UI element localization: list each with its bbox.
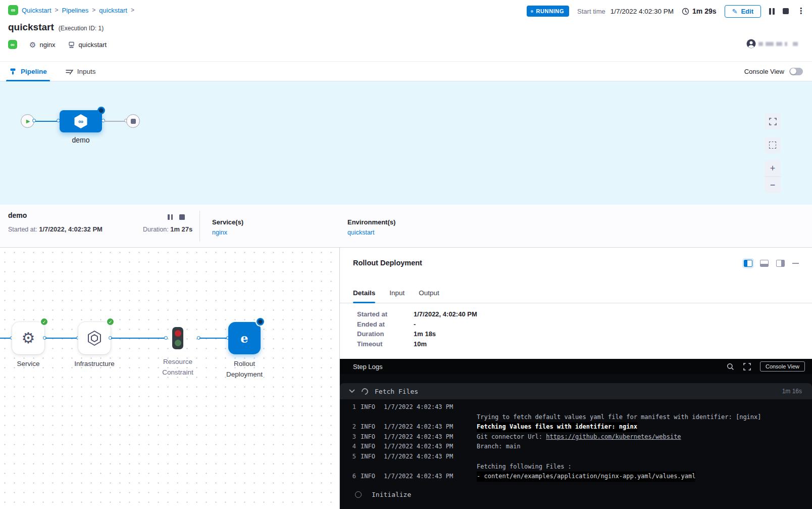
environment-link[interactable]: quickstart: [347, 229, 395, 236]
step-node-service[interactable]: ⚙ ✓: [12, 322, 44, 354]
traffic-light-green-icon: [175, 340, 181, 346]
step-node-rollout-deployment[interactable]: e: [228, 322, 261, 354]
connector: [111, 338, 166, 339]
pending-circle-icon: [355, 491, 362, 498]
detail-label: Duration: [357, 330, 414, 338]
breadcrumb-separator-icon: >: [131, 7, 134, 14]
tab-pipeline[interactable]: Pipeline: [9, 62, 47, 81]
execution-step-canvas[interactable]: ⚙ ✓ ✓ e Service Infrastructure Resource …: [0, 248, 339, 509]
redacted-text: [776, 42, 782, 46]
log-line: 2INFO1/7/2022 4:02:43 PMFetching Values …: [340, 422, 812, 432]
title-row: quickstart (Execution ID: 1): [8, 22, 104, 33]
harness-cd-icon: ∞: [8, 40, 17, 49]
log-line: Trying to fetch default values yaml file…: [340, 412, 812, 423]
breadcrumb-link-pipelines[interactable]: Pipelines: [62, 7, 89, 14]
pause-execution-button[interactable]: [769, 8, 775, 15]
pause-stage-button[interactable]: [168, 214, 173, 220]
log-section-duration: 1m 16s: [782, 388, 802, 395]
stage-started: Started at: 1/7/2022, 4:02:32 PM: [8, 225, 103, 233]
stop-stage-button[interactable]: [179, 214, 185, 220]
fullscreen-icon: [769, 118, 777, 125]
environments-label: Environment(s): [347, 218, 395, 226]
connector: [34, 121, 60, 122]
tab-inputs[interactable]: Inputs: [65, 62, 96, 81]
stage-label: demo: [60, 136, 102, 144]
log-url-link[interactable]: https://github.com/kubernetes/website: [546, 433, 681, 440]
inputs-icon: [65, 68, 73, 75]
running-spinner-badge: [97, 107, 105, 114]
breadcrumb-separator-icon: >: [55, 7, 59, 14]
expand-logs-button[interactable]: [743, 363, 751, 371]
console-view-toggle[interactable]: [789, 68, 803, 75]
log-section-fetch-files[interactable]: Fetch Files 1m 16s: [340, 383, 812, 399]
divider: [199, 211, 200, 242]
start-time-value: 1/7/2022 4:02:30 PM: [611, 8, 674, 15]
step-label: Service: [12, 359, 44, 369]
edit-button[interactable]: ✎ Edit: [725, 5, 761, 18]
environment-icon: [68, 41, 75, 49]
execution-id: (Execution ID: 1): [59, 25, 104, 32]
zoom-in-button[interactable]: +: [765, 160, 781, 177]
step-node-resource-constraint[interactable]: [172, 327, 183, 349]
gear-icon: ⚙: [29, 41, 36, 49]
more-options-icon[interactable]: ⋮: [797, 7, 805, 15]
console-view-button[interactable]: Console View: [760, 361, 805, 372]
pipeline-stage-canvas[interactable]: ▶ ∞ demo + −: [0, 81, 812, 205]
step-node-infrastructure[interactable]: ✓: [78, 322, 111, 354]
gear-icon: ⚙: [22, 331, 35, 346]
layout-bottom-icon[interactable]: [760, 260, 769, 267]
connector-port: [164, 336, 168, 340]
log-lines: 1INFO1/7/2022 4:02:43 PM Trying to fetch…: [340, 399, 812, 482]
layout-left-icon[interactable]: [744, 260, 752, 267]
fullscreen-icon: [743, 363, 751, 371]
breadcrumb-link-quickstart[interactable]: Quickstart: [22, 7, 52, 14]
rollout-icon: e: [240, 331, 248, 346]
detail-value: 1/7/2022, 4:02:40 PM: [414, 310, 477, 318]
tab-input[interactable]: Input: [389, 289, 404, 303]
play-icon: ▶: [26, 118, 30, 124]
tab-output[interactable]: Output: [419, 289, 439, 303]
page-title: quickstart: [8, 22, 54, 33]
service-chip[interactable]: ⚙ nginx: [29, 41, 56, 49]
avatar: [746, 39, 756, 49]
redacted-text: [766, 42, 774, 46]
step-logs-bar: Step Logs Console View: [340, 359, 812, 374]
entity-chips: ∞ ⚙ nginx quickstart: [8, 40, 107, 49]
zoom-out-button[interactable]: −: [765, 177, 781, 193]
end-node[interactable]: [126, 114, 140, 128]
log-section-initialize[interactable]: Initialize: [340, 487, 812, 503]
breadcrumb: ∞ Quickstart > Pipelines > quickstart >: [8, 5, 134, 15]
stage-duration: Duration: 1m 27s: [143, 225, 192, 233]
redacted-text: [758, 42, 763, 46]
log-body[interactable]: Fetch Files 1m 16s 1INFO1/7/2022 4:02:43…: [340, 374, 812, 509]
services-label: Service(s): [212, 218, 243, 226]
layout-right-icon[interactable]: [776, 260, 785, 267]
redacted-text: [785, 42, 787, 46]
step-label: Infrastructure: [69, 359, 120, 369]
stop-execution-button[interactable]: [783, 8, 789, 14]
collapse-panel-icon[interactable]: [792, 263, 799, 264]
connector-port: [32, 119, 36, 122]
service-link[interactable]: nginx: [212, 229, 243, 236]
zoom-controls: + −: [765, 160, 781, 193]
search-logs-button[interactable]: [727, 363, 734, 371]
step-logs: Step Logs Console View Fetch Files 1m 16…: [340, 359, 812, 509]
detail-value: 1m 18s: [414, 330, 436, 338]
elapsed-time: 1m 29s: [682, 7, 716, 15]
loading-spinner-icon: [360, 387, 369, 396]
fit-to-screen-button[interactable]: [765, 113, 781, 129]
tab-details[interactable]: Details: [353, 289, 375, 303]
running-spinner-badge: [257, 318, 264, 326]
detail-value: -: [414, 320, 416, 328]
detail-label: Ended at: [357, 320, 414, 328]
stage-node-demo[interactable]: ∞: [60, 110, 102, 132]
breadcrumb-link-pipeline[interactable]: quickstart: [99, 7, 127, 14]
connector: [199, 338, 228, 339]
detail-row: Timeout 10m: [357, 339, 477, 349]
console-view-label: Console View: [744, 68, 784, 75]
start-time-label: Start time: [577, 8, 605, 15]
log-line: Fetching following Files :: [340, 462, 812, 472]
environment-chip[interactable]: quickstart: [68, 41, 107, 49]
pipeline-icon: [9, 68, 17, 75]
marquee-select-button[interactable]: [765, 137, 781, 153]
